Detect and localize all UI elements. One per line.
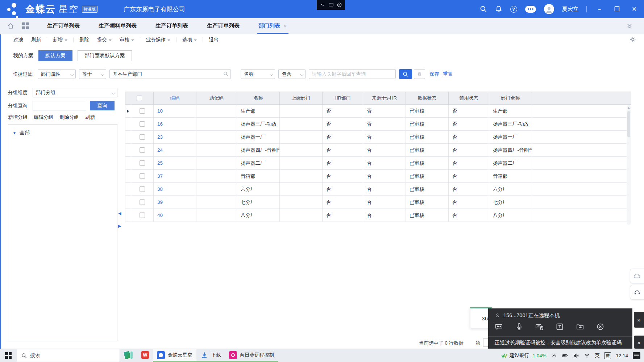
search-button[interactable] [399,69,412,79]
double-chevron-down-icon[interactable] [626,22,633,30]
keyword-input[interactable] [309,69,396,79]
taskbar-app-kingdee[interactable]: 金蝶云星空 [153,349,196,362]
minimize-button[interactable]: – [595,5,604,13]
action-center-icon[interactable] [633,352,640,359]
battery-icon[interactable] [562,353,568,359]
table-row[interactable]: 24 扬声器四厂-音圈音 否 否 已审核 否 扬声器四厂-音圈音 [125,144,631,157]
scheme-default-button[interactable]: 默认方案 [38,50,72,61]
add-button[interactable]: 新增 [49,37,71,43]
tab-close-icon[interactable]: × [284,23,287,29]
start-button[interactable] [0,349,17,362]
cloud-sync-button[interactable] [630,269,644,283]
submit-button[interactable]: 提交 [93,37,116,43]
language-indicator[interactable]: 英 [595,352,600,359]
user-name[interactable]: 夏宏立 [562,6,578,13]
taskbar-app-tickets[interactable] [120,349,137,362]
table-row[interactable]: 38 六分厂 否 否 已审核 否 六分厂 [125,183,631,196]
exit-button[interactable]: 退出 [205,37,223,43]
col-header-full-name[interactable]: 部门全称 [489,92,532,105]
filter-button[interactable]: 过滤 [9,37,27,43]
home-icon[interactable] [7,22,14,29]
expand-right-icon[interactable]: ▶ [118,224,123,228]
audit-button[interactable]: 审核 [116,37,138,43]
col-header-disabled-status[interactable]: 禁用状态 [449,92,489,105]
edit-group-link[interactable]: 编辑分组 [34,114,53,121]
filter-settings-button[interactable] [414,69,425,79]
row-checkbox[interactable] [140,147,145,153]
refresh-group-link[interactable]: 刷新 [85,114,95,121]
tab-department-list[interactable]: 部门列表 × [249,18,296,34]
help-icon[interactable]: ? [510,6,517,13]
row-checkbox[interactable] [140,212,145,218]
apps-grid-icon[interactable] [22,22,29,29]
file-transfer-icon[interactable] [576,323,584,331]
avatar[interactable] [544,4,554,14]
chevron-up-icon[interactable] [551,353,557,359]
taskbar-app-downloads[interactable]: 下载 [196,349,225,362]
col-header-mnemonic[interactable]: 助记码 [196,92,237,105]
options-button[interactable]: 选项 [178,37,201,43]
table-row[interactable]: 23 扬声器一厂 否 否 已审核 否 扬声器一厂 [125,131,631,144]
table-row[interactable]: 16 扬声器三厂-功放 否 否 已审核 否 扬声器三厂-功放 [125,118,631,131]
taskbar-app-sunlogin[interactable]: 向日葵远程控制 [225,349,278,362]
delete-button[interactable]: 删除 [75,37,93,43]
select-all-checkbox[interactable] [137,96,142,101]
tree-expand-icon[interactable]: ▼ [13,131,16,135]
clock[interactable]: 12:14 [616,353,628,358]
table-row[interactable]: 37 音箱部 否 否 已审核 否 音箱部 [125,170,631,183]
refresh-button[interactable]: 刷新 [27,37,45,43]
ime-indicator[interactable]: 拼 [604,352,611,359]
row-checkbox[interactable] [140,121,145,127]
row-checkbox[interactable] [140,186,145,192]
scrollbar-thumb[interactable] [627,111,630,137]
keyboard-mouse-icon[interactable] [535,323,544,331]
lookup-icon[interactable] [223,71,228,76]
tab-production-order-list-3[interactable]: 生产订单列表 [198,18,249,34]
add-group-link[interactable]: 新增分组 [8,114,28,121]
tree-node-all[interactable]: ▼ 全部 [13,130,113,136]
scheme-wide-table-button[interactable]: 部门宽表默认方案 [78,50,132,61]
taskbar-search[interactable]: 搜索 [17,349,120,362]
microphone-icon[interactable] [515,323,523,331]
delete-group-link[interactable]: 删除分组 [59,114,79,121]
col-header-hr-dept[interactable]: HR部门 [323,92,363,105]
table-row[interactable]: 39 七分厂 否 否 已审核 否 七分厂 [125,196,631,209]
close-circle-icon[interactable] [337,2,342,8]
reset-link[interactable]: 重置 [443,71,453,77]
col-header-data-status[interactable]: 数据状态 [406,92,449,105]
business-operation-button[interactable]: 业务操作 [142,37,174,43]
chat-icon[interactable] [495,323,503,331]
maximize-button[interactable]: ❐ [612,5,622,13]
row-checkbox[interactable] [140,160,145,166]
remote-panel-expand-tab[interactable]: » [634,312,644,328]
filter-operator2-select[interactable]: 包含 [278,69,306,79]
collapse-left-icon[interactable]: ◀ [118,211,123,216]
grid-scrollbar[interactable]: ▲ [627,105,631,225]
bell-icon[interactable] [495,5,502,13]
row-checkbox[interactable] [140,134,145,140]
group-dimension-select[interactable]: 部门分组 [33,88,117,97]
save-link[interactable]: 保存 [429,71,439,77]
group-query-button[interactable]: 查询 [90,101,115,110]
tab-production-picking-list[interactable]: 生产领料单列表 [89,18,146,34]
tab-production-order-list-1[interactable]: 生产订单列表 [38,18,89,34]
row-checkbox[interactable] [140,173,145,179]
stock-ticker[interactable]: 建设银行 -1.04% [501,352,547,359]
taskbar-app-wps[interactable]: W [137,349,153,362]
text-tool-icon[interactable] [556,323,564,331]
close-circle-icon[interactable] [596,323,604,331]
table-row[interactable]: 25 扬声器二厂 否 否 已审核 否 扬声器二厂 [125,157,631,170]
screen-icon[interactable] [328,2,334,8]
close-window-button[interactable]: ✕ [630,5,639,13]
table-row[interactable]: 10 生产部 否 否 已审核 否 生产部 [125,105,631,118]
tab-production-order-list-2[interactable]: 生产订单列表 [146,18,198,34]
filter-field-select[interactable]: 部门属性 [38,69,76,79]
network-icon[interactable] [584,353,590,359]
filter-value-input[interactable] [109,69,231,79]
remote-warning-expand-tab[interactable]: » [634,336,644,349]
support-button[interactable] [630,285,644,300]
col-header-name[interactable]: 名称 [237,92,280,105]
speaker-icon[interactable] [573,353,579,359]
collapse-icon[interactable] [320,2,325,8]
scroll-up-icon[interactable]: ▲ [627,105,631,110]
